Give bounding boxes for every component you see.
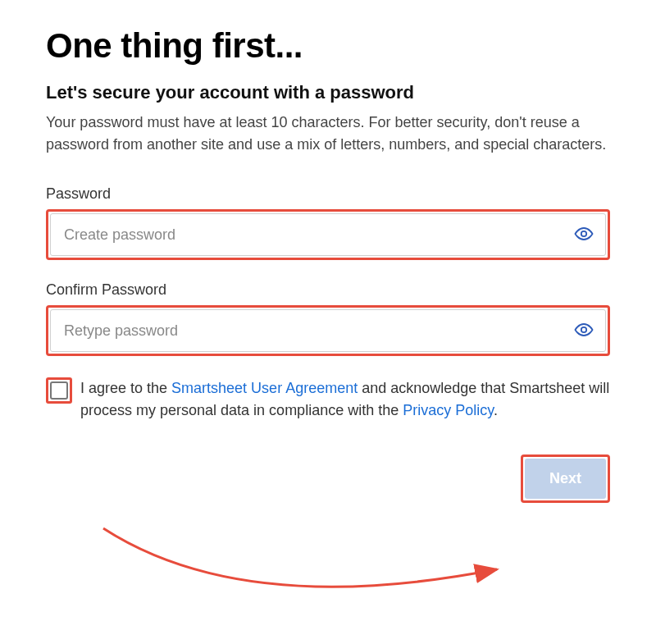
consent-text: I agree to the Smartsheet User Agreement… [80,377,610,422]
eye-icon [574,320,594,342]
confirm-password-visibility-toggle[interactable] [563,310,605,351]
consent-prefix: I agree to the [80,380,171,396]
footer-row: Next [46,454,610,503]
confirm-password-input[interactable] [51,310,563,351]
confirm-password-label: Confirm Password [46,281,610,299]
svg-point-1 [581,327,586,331]
page-subtitle: Let's secure your account with a passwor… [46,82,610,103]
consent-checkbox-highlight [46,377,72,404]
eye-icon [574,224,594,246]
password-requirements-text: Your password must have at least 10 char… [46,112,610,156]
user-agreement-link[interactable]: Smartsheet User Agreement [171,380,358,396]
consent-checkbox[interactable] [50,381,68,400]
confirm-password-highlight-box [46,305,610,356]
svg-point-0 [581,231,586,235]
password-field-group: Password [46,185,610,260]
password-input[interactable] [51,214,563,255]
consent-row: I agree to the Smartsheet User Agreement… [46,377,610,422]
password-highlight-box [46,209,610,260]
confirm-password-field-group: Confirm Password [46,281,610,356]
next-button[interactable]: Next [525,459,606,499]
privacy-policy-link[interactable]: Privacy Policy [403,402,494,418]
next-button-highlight: Next [521,454,610,503]
consent-suffix: . [494,402,498,418]
confirm-password-input-wrap [50,309,606,352]
password-input-wrap [50,213,606,256]
password-label: Password [46,185,610,203]
page-title: One thing first... [46,26,610,66]
password-visibility-toggle[interactable] [563,214,605,255]
annotation-arrow [79,520,522,602]
